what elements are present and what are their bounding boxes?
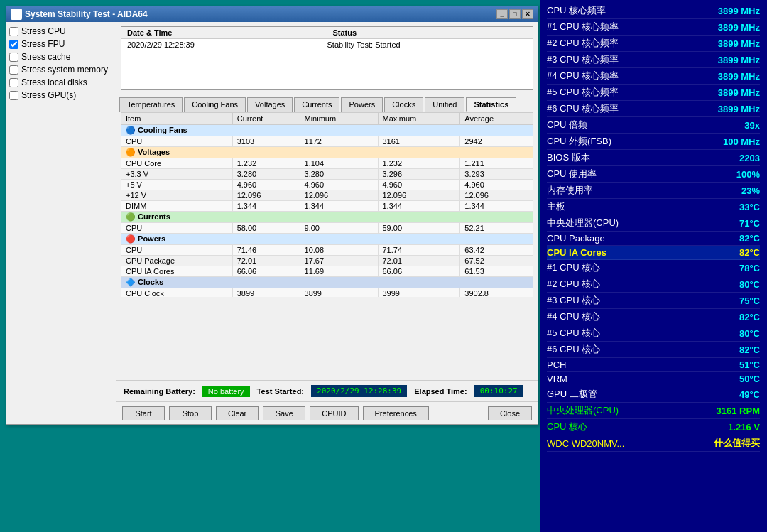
test-started-label: Test Started: [257,387,304,396]
start-button[interactable]: Start [122,406,165,420]
stress-disk-checkbox[interactable] [9,78,18,87]
preferences-button[interactable]: Preferences [363,406,429,420]
info-panel: CPU 核心频率 3899 MHz #1 CPU 核心频率 3899 MHz #… [540,0,767,532]
info-value-cpu-mult: 39x [696,120,760,131]
clear-button[interactable]: Clear [216,406,259,420]
log-datetime: 2020/2/29 12:28:39 [127,40,327,49]
info-value-cpu-usage: 100% [696,169,760,180]
info-row-core6: #6 CPU 核心 82°C [547,342,760,358]
table-row: CPU IA Cores 66.06 11.69 66.06 61.53 [121,266,533,277]
main-window: ⚙ System Stability Test - AIDA64 _ □ ✕ S… [6,6,538,425]
restore-button[interactable]: □ [509,9,521,19]
stress-cpu-item[interactable]: Stress CPU [9,26,113,36]
info-label-mainboard: 主板 [547,200,696,213]
stress-disk-item[interactable]: Stress local disks [9,77,113,87]
log-header-status: Status [327,27,533,38]
info-value-pch: 51°C [696,359,760,370]
info-value-cpu1-freq: 3899 MHz [696,22,760,33]
stop-button[interactable]: Stop [169,406,212,420]
val-cpu-fan-min: 1172 [300,136,378,147]
tab-statistics[interactable]: Statistics [466,97,516,112]
log-status: Stability Test: Started [327,40,528,49]
info-label-pch: PCH [547,359,696,370]
minimize-button[interactable]: _ [496,9,508,19]
col-maximum: Maximum [378,113,460,125]
info-row-cpu5-freq: #5 CPU 核心频率 3899 MHz [547,85,760,101]
tab-powers[interactable]: Powers [341,97,383,112]
tab-temperatures[interactable]: Temperatures [119,97,183,112]
stress-fpu-item[interactable]: Stress FPU [9,39,113,49]
right-panel: Date & Time Status 2020/2/29 12:28:39 St… [116,22,538,424]
info-row-pch: PCH 51°C [547,358,760,372]
info-row-cpu3-freq: #3 CPU 核心频率 3899 MHz [547,52,760,68]
table-row: CPU Clock 3899 3899 3999 3902.8 [121,288,533,298]
info-row-cpu-mult: CPU 倍频 39x [547,117,760,134]
section-voltages: 🟠 Voltages [121,147,533,158]
close-window-button[interactable]: ✕ [522,9,533,19]
info-value-cpu-rpm: 3161 RPM [696,406,760,416]
section-cooling-fans: 🔵 Cooling Fans [121,125,533,136]
info-row-cpu-temp: 中央处理器(CPU) 71°C [547,215,760,232]
button-bar: Start Stop Clear Save CPUID Preferences … [116,401,538,424]
info-label-fsb: CPU 外频(FSB) [547,135,696,148]
battery-label: Remaining Battery: [124,387,195,396]
stress-memory-label: Stress system memory [21,65,108,75]
info-label-cpu1-freq: #1 CPU 核心频率 [547,21,696,33]
table-row: CPU 58.00 9.00 59.00 52.21 [121,223,533,234]
table-scroll[interactable]: Item Current Minimum Maximum Average 🔵 C… [121,112,533,297]
info-row-core5: #5 CPU 核心 80°C [547,325,760,342]
info-row-mem-usage: 内存使用率 23% [547,183,760,199]
stress-gpu-label: Stress GPU(s) [21,90,76,100]
info-label-core6: #6 CPU 核心 [547,343,696,356]
battery-status: No battery [202,386,250,397]
info-label-cpu5-freq: #5 CPU 核心频率 [547,86,696,99]
table-row: +5 V 4.960 4.960 4.960 4.960 [121,180,533,190]
item-cpu-core: CPU Core [121,158,233,169]
stress-memory-item[interactable]: Stress system memory [9,65,113,75]
stress-cache-label: Stress cache [21,52,70,62]
info-label-cpu4-freq: #4 CPU 核心频率 [547,70,696,82]
info-label-cpu-usage: CPU 使用率 [547,168,696,180]
info-label-cpu-vcore: CPU 核心 [547,420,696,433]
info-row-cpu-usage: CPU 使用率 100% [547,166,760,183]
info-row-fsb: CPU 外频(FSB) 100 MHz [547,134,760,150]
tab-clocks[interactable]: Clocks [384,97,423,112]
info-value-mainboard: 33°C [696,202,760,212]
stress-cpu-label: Stress CPU [21,26,66,36]
cpuid-button[interactable]: CPUID [310,406,358,420]
info-label-cpu-freq: CPU 核心频率 [547,4,696,17]
left-panel: Stress CPU Stress FPU Stress cache Stres… [6,22,116,424]
stress-cache-checkbox[interactable] [9,53,18,62]
table-row: +12 V 12.096 12.096 12.096 12.096 [121,190,533,201]
info-value-gpu-diode: 49°C [696,389,760,400]
info-value-cpu-ia-cores: 82°C [696,247,760,258]
table-row: CPU Package 72.01 17.67 72.01 67.52 [121,256,533,266]
elapsed-label: Elapsed Time: [414,387,467,396]
info-row-cpu-rpm: 中央处理器(CPU) 3161 RPM [547,403,760,419]
stress-gpu-item[interactable]: Stress GPU(s) [9,90,113,100]
stress-cpu-checkbox[interactable] [9,27,18,36]
val-cpu-fan-avg: 2942 [460,136,533,147]
info-label-mem-usage: 内存使用率 [547,184,696,197]
info-value-cpu-package: 82°C [696,233,760,244]
info-label-core4: #4 CPU 核心 [547,310,696,323]
tab-voltages[interactable]: Voltages [247,97,293,112]
tab-currents[interactable]: Currents [294,97,339,112]
info-row-cpu-ia-cores: CPU IA Cores 82°C [547,246,760,260]
save-button[interactable]: Save [263,406,305,420]
info-value-cpu5-freq: 3899 MHz [696,87,760,98]
tab-unified[interactable]: Unified [425,97,464,112]
stress-cache-item[interactable]: Stress cache [9,52,113,62]
info-value-cpu6-freq: 3899 MHz [696,104,760,114]
tab-cooling-fans[interactable]: Cooling Fans [184,97,246,112]
stress-memory-checkbox[interactable] [9,65,18,75]
data-table-container: Item Current Minimum Maximum Average 🔵 C… [121,112,533,380]
close-button[interactable]: Close [488,406,532,420]
info-row-core1: #1 CPU 核心 78°C [547,260,760,276]
stress-gpu-checkbox[interactable] [9,91,18,100]
elapsed-value: 00:10:27 [474,385,523,397]
table-row: CPU 71.46 10.08 71.74 63.42 [121,245,533,256]
title-bar: ⚙ System Stability Test - AIDA64 _ □ ✕ [6,6,538,22]
info-value-wdc: 什么值得买 [696,437,760,450]
stress-fpu-checkbox[interactable] [9,40,18,49]
